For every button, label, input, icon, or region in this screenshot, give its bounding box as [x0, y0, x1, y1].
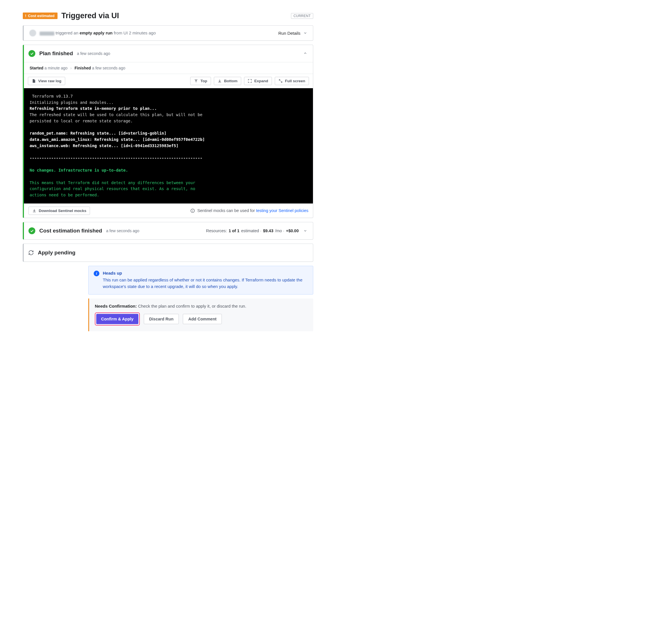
- confirmation-box: Needs Confirmation: Check the plan and c…: [88, 299, 313, 331]
- log-output: Terraform v0.13.7 Initializing plugins a…: [24, 88, 313, 203]
- plan-footer: Download Sentinel mocks Sentinel mocks c…: [24, 203, 313, 218]
- expand-button[interactable]: Expand: [244, 77, 272, 85]
- svg-point-10: [193, 209, 193, 210]
- top-button[interactable]: Top: [190, 77, 211, 85]
- cost-header[interactable]: Cost estimation finished a few seconds a…: [24, 222, 313, 239]
- expand-icon: [248, 79, 252, 83]
- current-badge: CURRENT: [291, 13, 313, 19]
- file-icon: [32, 79, 36, 83]
- apply-title: Apply pending: [38, 250, 76, 256]
- svg-line-5: [281, 81, 282, 82]
- arrow-to-bottom-icon: [217, 79, 222, 83]
- plan-timeline: Started a minute ago › Finished a few se…: [24, 62, 313, 74]
- info-circle-icon: i: [94, 271, 99, 276]
- chevron-down-icon: [303, 31, 307, 35]
- collapse-toggle[interactable]: [303, 51, 307, 56]
- fullscreen-button[interactable]: Full screen: [275, 77, 309, 85]
- view-raw-log-button[interactable]: View raw log: [28, 77, 65, 85]
- notice-body: This run can be applied regardless of wh…: [103, 276, 308, 290]
- confirm-apply-button[interactable]: Confirm & Apply: [96, 314, 138, 324]
- svg-line-4: [279, 80, 280, 81]
- discard-run-button[interactable]: Discard Run: [144, 314, 179, 324]
- cost-summary: Resources: 1 of 1 estimated · $9.43/mo ·…: [206, 229, 307, 233]
- plan-time: a few seconds ago: [77, 51, 110, 56]
- confirmation-text: Needs Confirmation: Check the plan and c…: [95, 304, 308, 308]
- cost-title: Cost estimation finished: [39, 228, 102, 234]
- cost-time: a few seconds ago: [106, 229, 140, 233]
- cost-estimated-badge: ! Cost estimated: [23, 13, 58, 19]
- log-toolbar: View raw log Top Bottom Expand Full scre…: [24, 74, 313, 88]
- add-comment-button[interactable]: Add Comment: [183, 314, 222, 324]
- plan-panel: Plan finished a few seconds ago Started …: [23, 45, 313, 218]
- highlight-ring: Confirm & Apply: [95, 313, 140, 325]
- refresh-icon: [28, 250, 34, 255]
- apply-panel: Apply pending: [23, 244, 313, 262]
- arrow-to-top-icon: [194, 79, 198, 83]
- run-details-toggle[interactable]: Run Details: [278, 31, 307, 36]
- run-trigger-panel: triggered an empty apply run from UI 2 m…: [23, 25, 313, 41]
- page-title: Triggered via UI: [62, 11, 119, 20]
- warning-icon: !: [25, 14, 26, 18]
- cost-panel: Cost estimation finished a few seconds a…: [23, 222, 313, 240]
- check-circle-icon: [29, 50, 35, 57]
- plan-header[interactable]: Plan finished a few seconds ago: [24, 45, 313, 62]
- download-icon: [32, 208, 36, 213]
- notice-title: Heads up: [103, 271, 308, 275]
- check-circle-icon: [29, 228, 35, 234]
- sentinel-policies-link[interactable]: testing your Sentinel policies: [256, 208, 308, 213]
- bottom-button[interactable]: Bottom: [214, 77, 241, 85]
- avatar: [29, 30, 36, 36]
- chevron-down-icon: [303, 229, 307, 233]
- run-details-label: Run Details: [278, 31, 300, 36]
- download-sentinel-mocks-button[interactable]: Download Sentinel mocks: [29, 206, 90, 215]
- fullscreen-icon: [278, 79, 283, 83]
- trigger-text: triggered an empty apply run from UI 2 m…: [39, 31, 156, 35]
- heads-up-notice: i Heads up This run can be applied regar…: [88, 266, 313, 295]
- plan-title: Plan finished: [39, 50, 73, 57]
- info-icon: [190, 208, 195, 213]
- badge-label: Cost estimated: [28, 14, 54, 18]
- chevron-up-icon: [303, 51, 307, 55]
- mocks-info-text: Sentinel mocks can be used for testing y…: [197, 208, 308, 213]
- username-redacted: [39, 32, 54, 36]
